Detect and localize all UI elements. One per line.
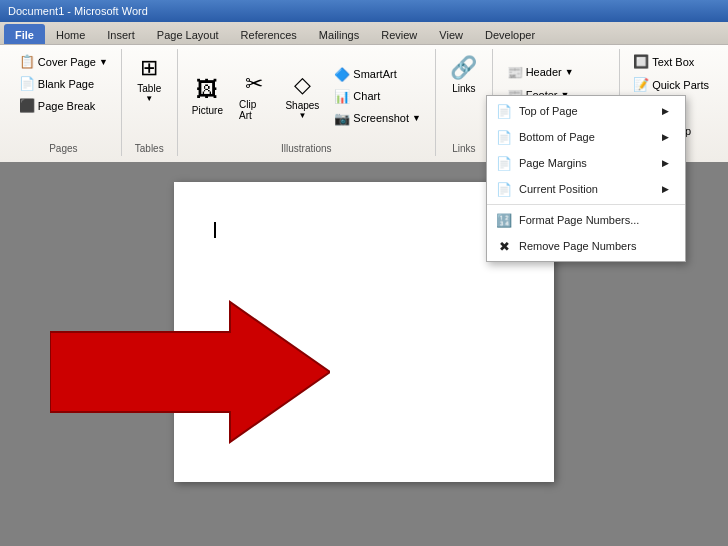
header-button[interactable]: 📰 Header ▼ [500,62,613,83]
links-group-label: Links [452,141,475,154]
page-break-button[interactable]: ⬛ Page Break [13,95,114,116]
blank-page-button[interactable]: 📄 Blank Page [13,73,114,94]
tab-row: File Home Insert Page Layout References … [0,22,728,44]
tables-group-label: Tables [135,141,164,154]
tab-insert[interactable]: Insert [96,24,146,44]
shapes-button[interactable]: ◇ Shapes ▼ [279,68,325,124]
dropdown-format-page-numbers[interactable]: 🔢 Format Page Numbers... [487,207,685,233]
cover-page-button[interactable]: 📋 Cover Page ▼ [13,51,114,72]
dropdown-page-margins[interactable]: 📄 Page Margins [487,150,685,176]
top-of-page-icon: 📄 [495,103,513,119]
tab-page-layout[interactable]: Page Layout [146,24,230,44]
page-number-dropdown: 📄 Top of Page 📄 Bottom of Page 📄 Page Ma… [486,95,686,262]
format-page-numbers-icon: 🔢 [495,212,513,228]
clip-art-button[interactable]: ✂ Clip Art [232,67,276,125]
tab-view[interactable]: View [428,24,474,44]
tab-file[interactable]: File [4,24,45,44]
dropdown-bottom-of-page[interactable]: 📄 Bottom of Page [487,124,685,150]
chart-button[interactable]: 📊 Chart [328,86,427,107]
bottom-of-page-icon: 📄 [495,129,513,145]
picture-button[interactable]: 🖼 Picture [186,73,229,120]
tab-home[interactable]: Home [45,24,96,44]
page-margins-icon: 📄 [495,155,513,171]
quick-parts-button[interactable]: 📝 Quick Parts [627,74,715,95]
screenshot-button[interactable]: 📷 Screenshot ▼ [328,108,427,129]
remove-page-numbers-icon: ✖ [495,238,513,254]
pages-group-label: Pages [49,141,77,154]
text-box-button[interactable]: 🔲 Text Box [627,51,715,72]
table-button[interactable]: ⊞ Table ▼ [129,51,169,107]
title-bar: Document1 - Microsoft Word [0,0,728,22]
dropdown-top-of-page[interactable]: 📄 Top of Page [487,98,685,124]
dropdown-current-position[interactable]: 📄 Current Position [487,176,685,202]
current-position-icon: 📄 [495,181,513,197]
ribbon-group-illustrations: 🖼 Picture ✂ Clip Art ◇ Shapes ▼ 🔷 SmartA… [178,49,436,156]
tab-developer[interactable]: Developer [474,24,546,44]
smartart-button[interactable]: 🔷 SmartArt [328,64,427,85]
dropdown-remove-page-numbers[interactable]: ✖ Remove Page Numbers [487,233,685,259]
tab-review[interactable]: Review [370,24,428,44]
links-button[interactable]: 🔗 Links [443,51,484,98]
title-text: Document1 - Microsoft Word [8,5,148,17]
tab-references[interactable]: References [230,24,308,44]
dropdown-divider [487,204,685,205]
ribbon-group-pages: 📋 Cover Page ▼ 📄 Blank Page ⬛ Page Break… [6,49,122,156]
illustrations-group-label: Illustrations [281,141,332,154]
ribbon-group-links: 🔗 Links Links [436,49,493,156]
text-cursor [214,222,216,238]
ribbon-group-tables: ⊞ Table ▼ Tables [122,49,178,156]
tab-mailings[interactable]: Mailings [308,24,370,44]
